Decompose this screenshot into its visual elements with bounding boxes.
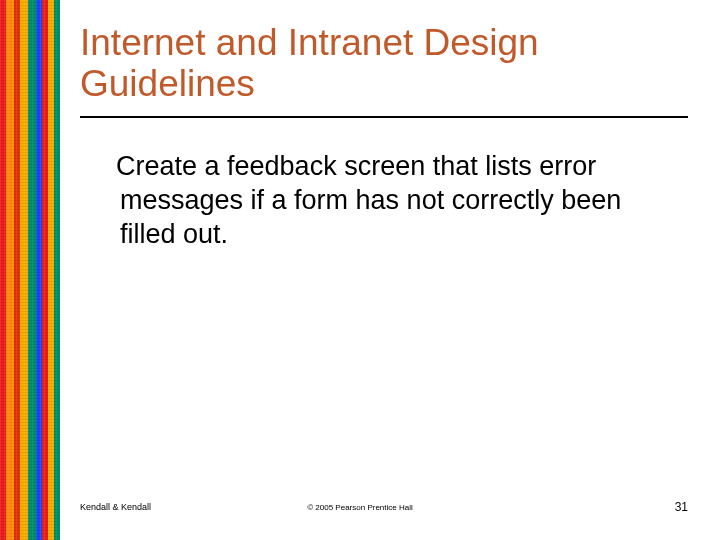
decorative-side-stripe — [0, 0, 60, 540]
slide-body-text: Create a feedback screen that lists erro… — [120, 150, 640, 251]
slide: Internet and Intranet Design Guidelines … — [0, 0, 720, 540]
slide-title: Internet and Intranet Design Guidelines — [80, 22, 680, 105]
footer-copyright: © 2005 Pearson Prentice Hall — [0, 503, 720, 512]
horizontal-rule — [80, 116, 688, 118]
footer-page-number: 31 — [675, 500, 688, 514]
